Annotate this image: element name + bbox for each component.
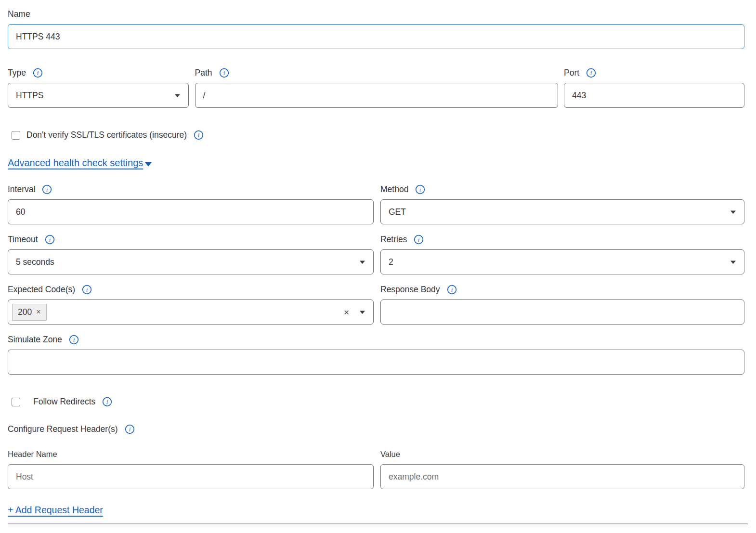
timeout-select[interactable]: 5 seconds [8,249,374,274]
expected-codes-field: Expected Code(s) i 200 × × [8,284,374,325]
method-select-value: GET [389,207,406,217]
svg-text:i: i [223,69,225,77]
svg-text:i: i [86,286,88,293]
response-body-input[interactable] [380,299,744,325]
header-value-input[interactable] [380,464,744,489]
timeout-field: Timeout i 5 seconds [8,234,374,274]
interval-field: Interval i [8,184,374,224]
retries-select-value: 2 [389,257,393,267]
path-label: Path [195,67,212,78]
header-name-label: Header Name [8,449,57,459]
retries-field: Retries i 2 [380,234,744,274]
chevron-down-icon [174,93,181,98]
port-input[interactable] [564,83,744,108]
info-icon[interactable]: i [102,397,112,407]
simulate-zone-label: Simulate Zone [8,334,62,345]
port-label: Port [564,67,579,78]
info-icon[interactable]: i [45,234,55,245]
configure-request-headers-label: Configure Request Header(s) [8,424,118,434]
svg-text:i: i [419,186,421,193]
svg-text:i: i [46,186,48,193]
health-check-form: Name Type i HTTPS [0,0,756,524]
interval-input[interactable] [8,199,374,224]
type-select-value: HTTPS [16,91,43,101]
svg-text:i: i [49,236,51,243]
timeout-select-value: 5 seconds [16,257,54,267]
clear-all-icon[interactable]: × [344,308,349,317]
retries-label: Retries [380,234,407,245]
ssl-verify-checkbox[interactable] [12,131,20,140]
interval-label: Interval [8,184,35,195]
header-name-field: Header Name [8,449,374,489]
path-field: Path i [195,67,558,108]
svg-text:i: i [418,236,420,243]
header-value-field: Value [380,449,744,489]
name-label: Name [8,9,30,19]
simulate-zone-input[interactable] [8,350,744,375]
method-select[interactable]: GET [380,199,744,224]
remove-tag-icon[interactable]: × [36,308,40,316]
svg-text:i: i [106,398,108,405]
expected-codes-multiselect[interactable]: 200 × × [8,299,374,325]
method-field: Method i GET [380,184,744,224]
header-value-label: Value [380,449,400,459]
type-label: Type [8,67,26,78]
info-icon[interactable]: i [42,184,52,195]
expected-codes-label: Expected Code(s) [8,284,75,295]
response-body-label: Response Body [380,284,440,295]
retries-select[interactable]: 2 [380,249,744,274]
info-icon[interactable]: i [82,285,92,295]
follow-redirects-checkbox[interactable] [12,398,20,406]
method-label: Method [380,184,408,195]
add-request-header-link[interactable]: + Add Request Header [8,505,103,515]
code-tag: 200 × [12,304,47,321]
ssl-verify-label: Don't verify SSL/TLS certificates (insec… [26,130,187,140]
info-icon[interactable]: i [125,424,135,434]
name-input[interactable] [8,24,744,49]
code-tag-value: 200 [18,307,32,317]
response-body-field: Response Body i [380,284,744,325]
request-header-row: Header Name Value [8,449,744,489]
info-icon[interactable]: i [415,184,425,195]
simulate-zone-field: Simulate Zone i [8,334,744,375]
info-icon[interactable]: i [69,335,79,345]
chevron-down-icon [730,210,736,214]
chevron-down-icon [730,260,736,264]
chevron-down-icon[interactable] [144,161,153,167]
svg-text:i: i [590,69,592,77]
port-field: Port i [564,67,744,108]
svg-text:i: i [73,336,75,343]
type-field: Type i HTTPS [8,67,189,108]
info-icon[interactable]: i [194,130,204,140]
header-name-input[interactable] [8,464,374,489]
info-icon[interactable]: i [414,234,424,245]
svg-text:i: i [129,426,130,433]
info-icon[interactable]: i [219,68,229,78]
advanced-settings-link[interactable]: Advanced health check settings [8,157,143,169]
chevron-down-icon [359,260,365,264]
path-input[interactable] [195,83,558,108]
timeout-label: Timeout [8,234,38,245]
svg-text:i: i [198,131,200,139]
svg-text:i: i [37,69,39,77]
divider [8,523,748,524]
svg-text:i: i [451,286,453,293]
chevron-down-icon[interactable] [359,310,365,314]
follow-redirects-label: Follow Redirects [33,397,95,407]
info-icon[interactable]: i [447,285,457,295]
info-icon[interactable]: i [586,68,596,78]
info-icon[interactable]: i [33,68,43,78]
type-select[interactable]: HTTPS [8,83,189,108]
